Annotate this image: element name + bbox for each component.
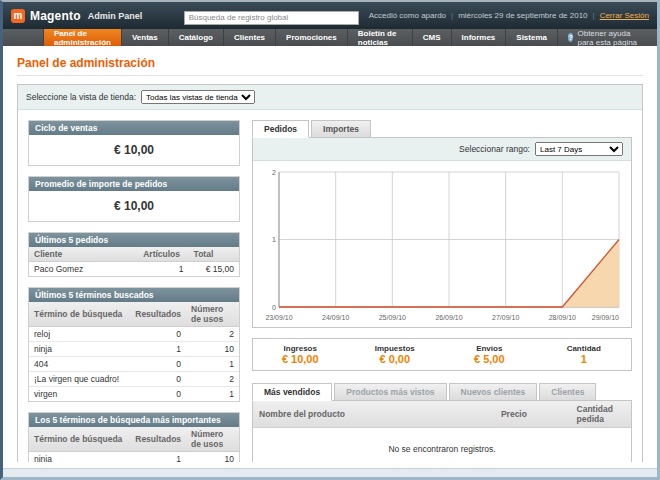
col-header: Cliente xyxy=(29,247,138,262)
table-row[interactable]: ¡La virgen que cuadro! 0 2 xyxy=(29,372,239,387)
tab-pedidos[interactable]: Pedidos xyxy=(252,120,309,138)
nav-item-sistema[interactable]: Sistema xyxy=(506,29,558,46)
left-column: Ciclo de ventas € 10,00 Promedio de impo… xyxy=(28,120,240,462)
logout-link[interactable]: Cerrar Sesión xyxy=(600,11,649,20)
global-search-input[interactable] xyxy=(184,11,359,25)
table-row[interactable]: Paco Gomez 1 € 15,00 xyxy=(29,262,239,277)
session-info: Accedió como apardo | miércoles 29 de se… xyxy=(369,11,649,20)
stat-value: € 10,00 xyxy=(253,353,348,365)
col-header: Artículos xyxy=(138,247,188,262)
logo-subtitle: Admin Panel xyxy=(88,11,143,21)
main-nav: Panel de administración Ventas Catálogo … xyxy=(3,29,657,46)
last-orders-table: Cliente Artículos Total Paco Gomez 1 € 1… xyxy=(29,247,239,276)
table-row[interactable]: ninja 1 10 xyxy=(29,452,239,463)
col-header: Precio xyxy=(495,401,571,428)
table-row[interactable]: reloj 0 2 xyxy=(29,327,239,342)
table-row[interactable]: 404 0 1 xyxy=(29,357,239,372)
sales-cycle-value: € 10,00 xyxy=(29,135,239,165)
store-view-label: Seleccione la vista de tienda: xyxy=(26,92,136,102)
table-row[interactable]: virgen 0 1 xyxy=(29,387,239,402)
col-header: Nombre del producto xyxy=(253,401,495,428)
top-header: m Magento Admin Panel Accedió como apard… xyxy=(3,2,657,29)
magento-logo-icon: m xyxy=(11,9,25,23)
top-search-terms-table: Término de búsqueda Resultados Número de… xyxy=(29,427,239,462)
bottom-tabs: Más vendidos Productos más vistos Nuevos… xyxy=(252,383,632,401)
stat-label: Ingresos xyxy=(253,344,348,353)
stat-label: Cantidad xyxy=(537,344,632,353)
svg-text:1: 1 xyxy=(272,236,276,243)
svg-text:2: 2 xyxy=(272,169,276,176)
help-label: Obtener ayuda para esta página xyxy=(577,29,647,47)
stat-impuestos: Impuestos € 0,00 xyxy=(348,344,443,365)
nav-item-clientes[interactable]: Clientes xyxy=(224,29,276,46)
average-order-value: € 10,00 xyxy=(29,191,239,221)
orders-chart: 01223/09/1024/09/1025/09/1026/09/1027/09… xyxy=(261,167,625,325)
table-row[interactable]: ninja 1 10 xyxy=(29,342,239,357)
col-header: Número de usos xyxy=(186,302,239,327)
sales-cycle-title: Ciclo de ventas xyxy=(29,121,239,135)
chart-area: 01223/09/1024/09/1025/09/1026/09/1027/09… xyxy=(253,161,631,327)
average-order-title: Promedio de importe de pedidos xyxy=(29,177,239,191)
orders-panel: Seleccionar rango: Last 7 Days 01223/09/… xyxy=(252,137,632,328)
col-header: Término de búsqueda xyxy=(29,302,130,327)
cell-items: 1 xyxy=(138,262,188,277)
svg-text:23/09/10: 23/09/10 xyxy=(265,314,292,321)
separator: | xyxy=(593,11,595,20)
range-select[interactable]: Last 7 Days xyxy=(535,142,623,156)
stat-value: 1 xyxy=(537,353,632,365)
nav-item-catalogo[interactable]: Catálogo xyxy=(169,29,224,46)
stat-cantidad: Cantidad 1 xyxy=(537,344,632,365)
separator: | xyxy=(451,11,453,20)
svg-text:24/09/10: 24/09/10 xyxy=(322,314,349,321)
store-view-select[interactable]: Todas las vistas de tienda xyxy=(141,90,255,104)
tab-nuevos-clientes[interactable]: Nuevos clientes xyxy=(449,383,538,401)
svg-text:0: 0 xyxy=(272,304,276,311)
stat-value: € 5,00 xyxy=(442,353,537,365)
footer-bar xyxy=(3,468,657,477)
totals-box: Ingresos € 10,00 Impuestos € 0,00 Envíos… xyxy=(252,338,632,371)
logged-in-text: Accedió como apardo xyxy=(369,11,446,20)
store-view-strip: Seleccione la vista de tienda: Todas las… xyxy=(18,85,642,110)
products-table: Nombre del producto Precio Cantidad pedi… xyxy=(253,401,631,428)
col-header: Total xyxy=(189,247,239,262)
last-search-terms-box: Últimos 5 términos buscados Término de b… xyxy=(28,287,240,402)
stat-label: Envíos xyxy=(442,344,537,353)
tab-importes[interactable]: Importes xyxy=(311,120,371,138)
cell-total: € 15,00 xyxy=(189,262,239,277)
page-content: Panel de administración Seleccione la vi… xyxy=(3,46,657,462)
stat-ingresos: Ingresos € 10,00 xyxy=(253,344,348,365)
col-header: Número de usos xyxy=(186,427,239,452)
nav-item-dashboard[interactable]: Panel de administración xyxy=(43,29,122,46)
sales-cycle-box: Ciclo de ventas € 10,00 xyxy=(28,120,240,166)
nav-item-informes[interactable]: Informes xyxy=(452,29,507,46)
right-column: Pedidos Importes Seleccionar rango: Last… xyxy=(252,120,632,462)
top-search-terms-box: Los 5 términos de búsqueda más important… xyxy=(28,412,240,462)
admin-window: m Magento Admin Panel Accedió como apard… xyxy=(0,0,660,480)
average-order-box: Promedio de importe de pedidos € 10,00 xyxy=(28,176,240,222)
nav-item-cms[interactable]: CMS xyxy=(413,29,452,46)
last-orders-box: Últimos 5 pedidos Cliente Artículos Tota… xyxy=(28,232,240,277)
tab-mas-vendidos[interactable]: Más vendidos xyxy=(252,383,332,401)
nav-item-ventas[interactable]: Ventas xyxy=(122,29,169,46)
range-bar: Seleccionar rango: Last 7 Days xyxy=(253,138,631,161)
tab-productos-mas-vistos[interactable]: Productos más vistos xyxy=(334,383,446,401)
last-orders-title: Últimos 5 pedidos xyxy=(29,233,239,247)
nav-item-promociones[interactable]: Promociones xyxy=(276,29,348,46)
svg-text:29/09/10: 29/09/10 xyxy=(592,314,619,321)
page-title: Panel de administración xyxy=(17,56,643,76)
cell-customer: Paco Gomez xyxy=(29,262,138,277)
top-search-terms-title: Los 5 términos de búsqueda más important… xyxy=(29,413,239,427)
col-header: Resultados xyxy=(130,427,186,452)
tab-clientes[interactable]: Clientes xyxy=(539,383,596,401)
help-link[interactable]: ? Obtener ayuda para esta página xyxy=(558,29,657,46)
svg-text:25/09/10: 25/09/10 xyxy=(379,314,406,321)
stat-label: Impuestos xyxy=(348,344,443,353)
svg-text:26/09/10: 26/09/10 xyxy=(435,314,462,321)
magento-logo: m Magento Admin Panel xyxy=(11,9,142,23)
products-table-box: Nombre del producto Precio Cantidad pedi… xyxy=(252,400,632,462)
dashboard-container: Seleccione la vista de tienda: Todas las… xyxy=(17,84,643,462)
nav-item-boletin[interactable]: Boletín de noticias xyxy=(348,29,413,46)
col-header: Cantidad pedida xyxy=(571,401,631,428)
chart-tabs: Pedidos Importes xyxy=(252,120,632,138)
col-header: Resultados xyxy=(130,302,186,327)
